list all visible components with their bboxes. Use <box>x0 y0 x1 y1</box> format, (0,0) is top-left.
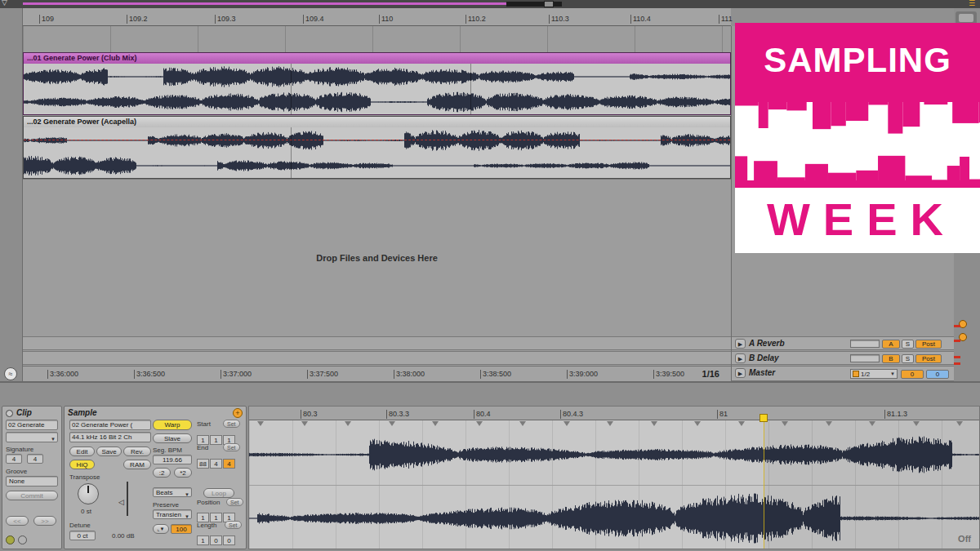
slave-toggle[interactable]: Slave <box>153 433 192 443</box>
signature-denominator-field[interactable]: 4 <box>27 454 43 464</box>
wave-zoom-icon[interactable]: ≈ <box>4 367 17 380</box>
end-set-button[interactable]: Set <box>223 443 240 451</box>
clip2-waveform-area[interactable] <box>24 127 730 178</box>
collapse-triangle-icon[interactable]: ▽ <box>2 0 7 7</box>
editor-wave-area[interactable] <box>249 420 979 549</box>
warp-marker-icon[interactable] <box>564 421 570 426</box>
warp-marker-icon[interactable] <box>301 421 308 426</box>
play-icon[interactable]: ▶ <box>735 353 746 363</box>
gain-value[interactable]: 0.00 dB <box>112 532 135 540</box>
start-set-button[interactable]: Set <box>223 420 240 428</box>
post-toggle[interactable]: Post <box>915 340 942 349</box>
warp-marker-icon[interactable] <box>782 421 788 426</box>
detune-field[interactable]: 0 ct <box>69 531 96 540</box>
warp-marker-icon[interactable] <box>694 421 701 426</box>
warp-marker-icon[interactable] <box>476 421 483 426</box>
menu-icon[interactable]: ☰ <box>969 0 975 7</box>
return-track-row[interactable]: ▶A ReverbASPost <box>732 336 955 350</box>
length-set-button[interactable]: Set <box>225 521 242 529</box>
drop-zone[interactable]: Drop Files and Devices Here <box>23 179 731 336</box>
master-track-row[interactable]: ▶Master1/2▼00 <box>732 366 955 381</box>
save-button[interactable]: Save <box>96 447 122 456</box>
transient-loop-mode-button[interactable]: ⌞▼ <box>153 524 169 534</box>
warp-marker-icon[interactable] <box>345 421 351 426</box>
value-field[interactable]: 0 <box>210 535 222 545</box>
clip-launch-icon[interactable] <box>6 535 15 544</box>
warp-marker-row[interactable] <box>249 421 979 428</box>
send-select-button[interactable]: A <box>882 340 900 349</box>
post-toggle[interactable]: Post <box>915 354 942 363</box>
gain-slider-handle[interactable]: ◁ <box>118 498 124 506</box>
audio-clip-track1[interactable]: ...01 Generate Power (Club Mix) <box>23 52 731 115</box>
return-a-lane[interactable] <box>23 336 731 350</box>
clip1-waveform-area[interactable] <box>24 64 730 114</box>
beat-time-ruler[interactable]: 109109.2109.3109.4110110.2110.3110.4111 <box>23 8 731 26</box>
nudge-back-button[interactable]: << <box>6 516 29 526</box>
play-icon[interactable]: ▶ <box>735 368 746 378</box>
value-field[interactable]: 88 <box>197 459 209 469</box>
warp-marker-icon[interactable] <box>869 421 875 426</box>
value-field[interactable]: 0 <box>223 535 235 545</box>
length-fields[interactable]: 100 <box>197 531 236 546</box>
clip1-title-bar[interactable]: ...01 Generate Power (Club Mix) <box>24 53 730 64</box>
clip-activator-icon[interactable] <box>6 410 13 417</box>
end-fields[interactable]: 8844 <box>197 455 236 469</box>
warp-marker-icon[interactable] <box>257 421 264 426</box>
warp-marker-icon[interactable] <box>389 421 395 426</box>
value-field[interactable]: 1 <box>197 535 209 545</box>
signature-numerator-field[interactable]: 4 <box>6 454 22 464</box>
double-bpm-button[interactable]: *2 <box>174 468 192 478</box>
warp-marker-icon[interactable] <box>519 421 526 426</box>
ram-toggle[interactable]: RAM <box>123 460 151 469</box>
sample-editor[interactable]: 80.380.3.380.480.4.38181.1.3 Off <box>248 406 980 549</box>
warp-marker-icon[interactable] <box>826 421 832 426</box>
play-icon[interactable]: ▶ <box>735 339 746 349</box>
commit-button[interactable]: Commit <box>6 491 58 500</box>
transpose-value[interactable]: 0 st <box>81 508 91 515</box>
transient-select[interactable]: Transien ▼ <box>153 509 192 519</box>
solo-button[interactable]: S <box>902 354 914 363</box>
warp-marker-icon[interactable] <box>607 421 613 426</box>
audio-clip-track2[interactable]: ...02 Generate Power (Acapella) <box>23 116 731 179</box>
position-set-button[interactable]: Set <box>226 498 243 506</box>
revert-button[interactable]: Rev. <box>123 447 151 456</box>
loop-start-flag[interactable] <box>760 414 768 422</box>
clip-name-field[interactable]: 02 Generate <box>6 420 58 430</box>
warp-toggle[interactable]: Warp <box>153 420 192 430</box>
groove-select[interactable]: None <box>6 476 58 487</box>
sample-beat-ruler[interactable]: 80.380.3.380.480.4.38181.1.3 <box>249 407 979 420</box>
punch-marker[interactable] <box>544 1 554 7</box>
top-scrub-strip[interactable]: ▽ ☰ <box>0 0 980 8</box>
halve-bpm-button[interactable]: :2 <box>153 468 171 478</box>
warp-marker-icon[interactable] <box>913 421 920 426</box>
warp-mode-select[interactable]: Beats ▼ <box>153 487 192 497</box>
seg-bpm-field[interactable]: 119.66 <box>153 455 192 464</box>
clip-color-select[interactable]: ▼ <box>6 432 58 442</box>
time-ruler[interactable]: 1/16 3:36:0003:36:5003:37:0003:37:5003:3… <box>23 366 731 381</box>
gain-slider[interactable] <box>127 482 128 516</box>
return-b-lane[interactable] <box>23 351 731 365</box>
return-track-row[interactable]: ▶B DelayBSPost <box>732 351 955 365</box>
send-select-button[interactable]: B <box>882 354 900 363</box>
value-field[interactable]: 4 <box>223 459 235 469</box>
clip-envelope-icon[interactable] <box>18 535 27 544</box>
warp-marker-icon[interactable] <box>956 421 963 426</box>
warp-marker-icon[interactable] <box>738 421 745 426</box>
loop-toggle[interactable]: Loop <box>203 488 234 498</box>
warp-marker-icon[interactable] <box>651 421 657 426</box>
hot-swap-icon[interactable]: + <box>233 408 243 418</box>
loop-region-bar[interactable] <box>23 2 506 5</box>
solo-button[interactable]: S <box>902 340 914 349</box>
transpose-knob[interactable] <box>78 483 99 504</box>
clip2-title-bar[interactable]: ...02 Generate Power (Acapella) <box>24 117 730 127</box>
arrangement-area[interactable]: ...01 Generate Power (Club Mix) ...02 Ge… <box>23 26 731 366</box>
master-pan-value[interactable]: 0 <box>901 370 924 379</box>
edit-button[interactable]: Edit <box>69 447 95 456</box>
transient-envelope-field[interactable]: 100 <box>171 524 192 534</box>
warp-marker-icon[interactable] <box>432 421 439 426</box>
nudge-forward-button[interactable]: >> <box>33 516 56 526</box>
quantize-select[interactable]: 1/2▼ <box>850 369 898 379</box>
sample-file-name[interactable]: 02 Generate Power ( <box>69 420 151 430</box>
value-field[interactable]: 4 <box>210 459 222 469</box>
hiq-toggle[interactable]: HiQ <box>69 460 95 469</box>
